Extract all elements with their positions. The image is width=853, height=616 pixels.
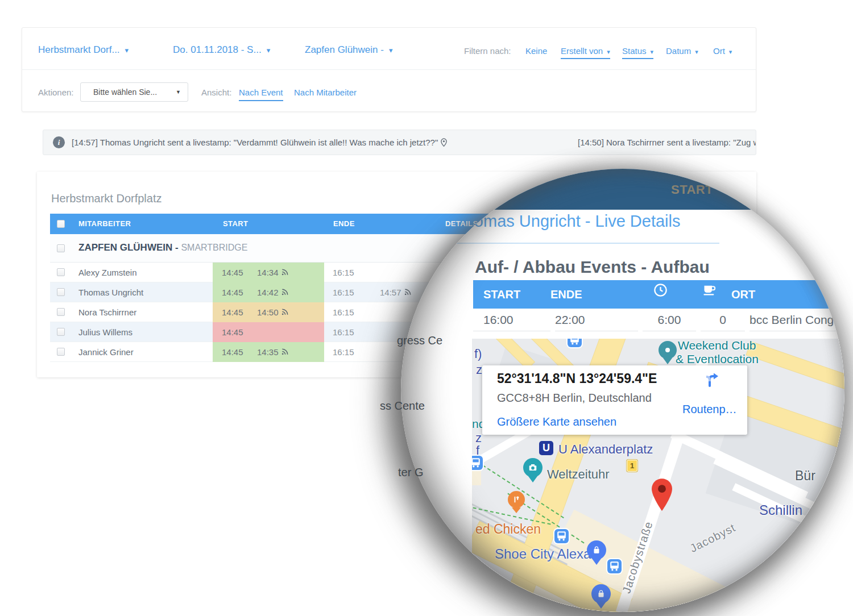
col-start: START [473,280,550,309]
details-table: START ENDE ORT 16:00 22:00 6:00 0 bcc Be… [473,280,844,331]
livestamp-text: [14:57] Thomas Ungricht sent a livestamp… [72,138,438,147]
filter-label: Filtern nach: [464,46,511,56]
group-company: SMARTBRIDGE [181,243,247,252]
employee-name: Julius Willems [78,322,132,342]
livestamp-message-right[interactable]: [14:50] Nora Tschirrner sent a livestamp… [578,138,756,147]
row-checkbox[interactable] [57,308,65,316]
route-shield: 1 [627,460,637,472]
tab-by-employee[interactable]: Nach Mitarbeiter [294,88,357,97]
transit-stop-icon[interactable] [607,559,622,573]
start-planned: 14:45 [222,282,243,302]
group-checkbox[interactable] [57,244,65,252]
directions-icon[interactable] [699,368,720,390]
poi-label[interactable]: Weekend Club [678,339,756,352]
ende-time: 16:15 [333,302,354,322]
details-time: 14:57 [380,282,412,303]
livestamp-rss-icon[interactable] [281,303,289,323]
select-all-checkbox[interactable] [57,220,65,228]
clock-icon [633,280,687,309]
start-actual: 14:34 [257,263,289,283]
start-cell: 14:45 14:50 [213,302,324,322]
shop-label[interactable]: Shoe City Alexa [495,546,591,562]
map-road-right [747,342,844,399]
restaurant-pin[interactable] [508,491,525,508]
ende-time: 16:15 [333,263,354,282]
details-timestamp: 14:57 [380,288,401,297]
livestamp-rss-icon[interactable] [404,283,412,303]
tab-by-event[interactable]: Nach Event [239,88,283,101]
map-embed[interactable]: Weekend Club & Eventlocation U U Alexand… [472,339,844,612]
group-title: ZAPFEN GLÜHWEIN - [78,242,179,253]
row-checkbox[interactable] [57,348,65,356]
shopping-bag-pin[interactable] [591,584,611,603]
employee-name: Nora Tschirrner [78,302,136,322]
restaurant-label[interactable]: ed Chicken [475,522,541,537]
filter-none[interactable]: Keine [525,46,547,56]
col-start: START [223,214,248,234]
group-name: ZAPFEN GLÜHWEIN - SMARTBRIDGE [78,242,247,253]
chevron-down-icon [176,83,181,101]
shopping-bag-pin[interactable] [587,540,606,560]
live-details-title: Thomas Ungricht - Live Details [455,212,680,231]
location-pin-icon[interactable] [441,138,447,148]
livestamp-rss-icon[interactable] [281,343,289,363]
nightlife-poi-pin[interactable] [659,341,677,359]
transit-stop-icon[interactable] [472,456,483,470]
row-checkbox[interactable] [57,288,65,296]
page-title: Herbstmarkt Dorfplatz [51,192,162,205]
station-label[interactable]: Schillin [759,502,802,518]
map-infowindow: 52°31'14.8"N 13°24'59.4"E GCC8+8H Berlin… [482,365,747,435]
filter-location[interactable]: Ort [713,46,732,56]
job-dropdown[interactable]: Zapfen Glühwein - [305,44,392,56]
employee-name: Thomas Ungricht [78,282,143,302]
transit-stop-icon[interactable] [554,529,569,543]
start-cell: 14:45 14:35 [213,342,324,362]
poi-label[interactable]: & Eventlocation [676,352,759,366]
coordinates: 52°31'14.8"N 13°24'59.4"E [497,371,657,386]
livestamp-rss-icon[interactable] [281,263,289,283]
start-planned: 14:45 [222,302,243,322]
attraction-camera-pin[interactable] [523,458,543,477]
livestamp-bar: i [14:57] Thomas Ungricht sent a livesta… [43,130,756,155]
detail-duration: 6:00 [643,309,696,331]
directions-link[interactable]: Routenp… [682,403,737,416]
detail-ende: 22:00 [555,309,638,331]
col-ende: ENDE [550,280,633,309]
filter-created-by[interactable]: Erstellt von [561,46,610,59]
larger-map-link[interactable]: Größere Karte ansehen [497,415,616,428]
transit-stop-icon[interactable] [568,339,582,347]
start-planned: 14:45 [222,322,243,342]
start-cell: 14:45 [213,322,324,342]
actions-label: Aktionen: [38,88,74,97]
livestamp-rss-icon[interactable] [281,283,289,303]
row-checkbox[interactable] [57,268,65,276]
start-actual-time: 14:35 [257,347,279,357]
ende-time: 16:15 [333,322,354,342]
filter-status[interactable]: Status [622,46,653,59]
actions-select[interactable]: Bitte wählen Sie... [80,82,188,102]
detail-start: 16:00 [473,309,550,331]
row-checkbox[interactable] [57,328,65,336]
livestamp-message-left[interactable]: [14:57] Thomas Ungricht sent a livestamp… [72,138,447,148]
map-plaza [472,468,481,485]
start-actual: 14:35 [257,342,289,363]
employee-name: Alexy Zumstein [78,263,137,282]
background-fragment: ss Cente [380,399,425,413]
event-dropdown[interactable]: Herbstmarkt Dorf... [38,44,129,56]
ubahn-logo-icon[interactable]: U [539,441,553,455]
details-table-row[interactable]: 16:00 22:00 6:00 0 bcc Berlin Congres [473,309,844,331]
coffee-cup-icon [687,280,731,309]
destination-marker[interactable] [649,476,675,516]
start-actual-time: 14:50 [257,307,279,317]
start-cell: 14:45 14:34 [213,263,324,282]
start-actual: 14:42 [257,282,289,303]
address: GCC8+8H Berlin, Deutschland [497,392,652,405]
date-dropdown[interactable]: Do. 01.11.2018 - S... [173,44,270,56]
employee-name: Jannick Griner [78,342,134,362]
attraction-label[interactable]: Weltzeituhr [547,467,610,482]
station-label[interactable]: U Alexanderplatz [558,442,653,457]
filter-date[interactable]: Datum [666,46,698,56]
ende-time: 16:15 [333,282,354,302]
col-ende: ENDE [333,214,355,234]
start-actual-time: 14:34 [257,268,279,277]
